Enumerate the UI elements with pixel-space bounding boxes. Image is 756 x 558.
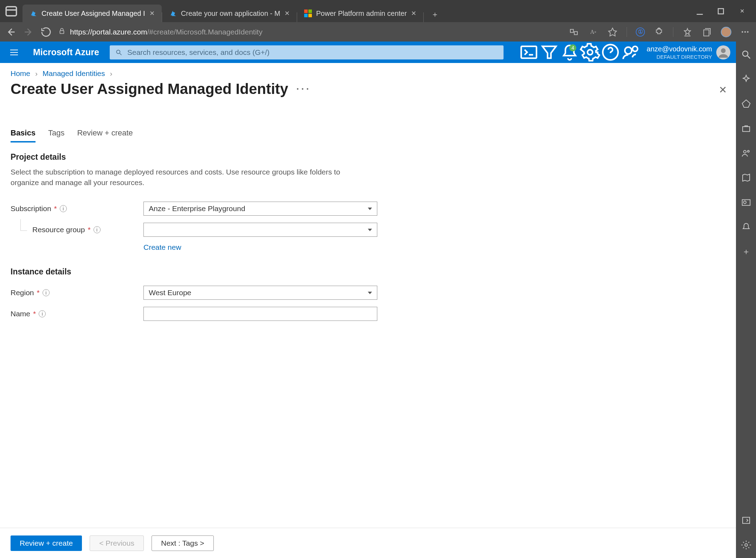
map-icon[interactable] (741, 172, 751, 183)
briefcase-icon[interactable] (741, 123, 751, 134)
name-input[interactable] (143, 307, 377, 321)
new-tab-button[interactable]: ＋ (427, 7, 443, 22)
required-indicator: * (88, 226, 90, 234)
subscription-select[interactable]: Anze - Enterprise Playground (143, 202, 377, 216)
label-region: Region (11, 288, 34, 297)
footer-bar: Review + create < Previous Next : Tags > (0, 528, 736, 558)
chevron-right-icon: › (35, 69, 38, 78)
portal-brand[interactable]: Microsoft Azure (33, 47, 99, 57)
info-icon[interactable]: i (60, 205, 67, 212)
settings-icon[interactable] (580, 42, 600, 63)
search-icon (115, 49, 122, 56)
favorite-star-icon[interactable] (607, 27, 618, 37)
close-icon[interactable]: ✕ (411, 9, 416, 17)
review-create-button[interactable]: Review + create (11, 535, 82, 551)
favorites-list-icon[interactable] (682, 27, 693, 37)
browser-tab-1[interactable]: Create your own application - M ✕ (162, 5, 297, 22)
label-subscription: Subscription (11, 204, 51, 213)
required-indicator: * (37, 288, 40, 297)
close-icon[interactable]: ✕ (284, 9, 290, 17)
account-block[interactable]: anze@vodovnik.com DEFAULT DIRECTORY (641, 44, 736, 61)
azure-icon (30, 9, 37, 17)
refresh-button[interactable] (40, 26, 52, 38)
required-indicator: * (33, 310, 36, 318)
collapse-rail-icon[interactable] (741, 515, 751, 526)
browser-chrome: Create User Assigned Managed I ✕ Create … (0, 0, 756, 42)
title-bar: Create User Assigned Managed I ✕ Create … (0, 0, 756, 22)
info-icon[interactable]: i (43, 289, 50, 296)
tag-icon[interactable] (741, 99, 751, 109)
tab-divider (423, 12, 424, 22)
url-text: https://portal.azure.com/#create/Microso… (70, 28, 262, 36)
previous-button[interactable]: < Previous (90, 535, 144, 551)
breadcrumb: Home › Managed Identities › (11, 69, 725, 78)
breadcrumb-parent[interactable]: Managed Identities (43, 69, 105, 78)
region-select[interactable]: West Europe (143, 286, 377, 300)
svg-point-22 (743, 151, 746, 153)
notifications-icon[interactable]: 4 (559, 42, 580, 63)
outlook-icon[interactable] (741, 197, 751, 208)
next-button[interactable]: Next : Tags > (152, 535, 214, 551)
svg-point-37 (633, 46, 638, 52)
forward-button[interactable] (23, 26, 34, 38)
create-new-rg-link[interactable]: Create new (143, 243, 181, 251)
feedback-icon[interactable] (621, 42, 641, 63)
back-button[interactable] (5, 26, 17, 38)
chevron-right-icon: › (110, 69, 113, 78)
browser-tab-2[interactable]: Power Platform admin center ✕ (297, 5, 423, 22)
people-icon[interactable] (741, 148, 751, 158)
breadcrumb-home[interactable]: Home (11, 69, 30, 78)
tab-review-create[interactable]: Review + create (77, 128, 133, 142)
tabs-overview-button[interactable] (4, 4, 19, 19)
minimize-button[interactable] (694, 6, 705, 17)
tab-title: Create User Assigned Managed I (41, 9, 145, 18)
instance-details-heading: Instance details (11, 267, 725, 277)
directory-filter-icon[interactable] (539, 42, 559, 63)
svg-point-19 (743, 51, 748, 56)
help-icon[interactable] (600, 42, 621, 63)
sparkle-icon[interactable] (741, 74, 751, 84)
tab-basics[interactable]: Basics (11, 128, 36, 142)
close-window-button[interactable]: ✕ (737, 6, 747, 17)
row-subscription: Subscription * i Anze - Enterprise Playg… (11, 201, 725, 216)
more-menu-icon[interactable]: ••• (740, 27, 751, 37)
svg-line-20 (747, 56, 750, 59)
more-actions-icon[interactable]: • • • (297, 86, 309, 92)
settings-rail-icon[interactable] (741, 540, 751, 550)
profile-avatar[interactable] (721, 27, 731, 37)
row-region: Region * i West Europe (11, 285, 725, 300)
extensions-icon[interactable] (569, 27, 579, 37)
cloud-shell-icon[interactable] (519, 42, 539, 63)
hamburger-menu[interactable] (7, 45, 21, 59)
tab-tags[interactable]: Tags (48, 128, 64, 142)
add-rail-icon[interactable]: ＋ (741, 246, 751, 257)
collections-icon[interactable] (701, 27, 712, 37)
portal-search[interactable] (110, 45, 504, 59)
resource-group-select[interactable] (143, 223, 377, 237)
label-resource-group: Resource group (32, 226, 85, 234)
azure-portal: Microsoft Azure 4 anze@vodovnik.com DEFA… (0, 42, 736, 558)
read-aloud-icon[interactable]: A» (588, 27, 598, 37)
search-input[interactable] (127, 48, 498, 57)
notification-badge: 4 (569, 44, 576, 51)
bell-icon[interactable] (741, 222, 751, 232)
svg-line-29 (120, 53, 121, 55)
create-new-rg-wrap: Create new (143, 243, 725, 252)
extension-puzzle-icon[interactable] (654, 27, 664, 37)
info-icon[interactable]: i (94, 226, 101, 233)
portal-top-bar: Microsoft Azure 4 anze@vodovnik.com DEFA… (0, 42, 736, 63)
address-bar-row: https://portal.azure.com/#create/Microso… (0, 22, 756, 42)
address-bar[interactable]: https://portal.azure.com/#create/Microso… (58, 27, 560, 37)
maximize-button[interactable] (716, 6, 726, 17)
close-icon[interactable]: ✕ (149, 9, 155, 17)
close-blade-button[interactable]: ✕ (719, 84, 727, 96)
tab-title: Power Platform admin center (316, 9, 407, 18)
info-icon[interactable]: i (39, 310, 46, 317)
svg-point-28 (116, 50, 120, 53)
account-avatar[interactable] (716, 45, 730, 59)
browser-tab-0[interactable]: Create User Assigned Managed I ✕ (23, 5, 162, 22)
svg-marker-32 (543, 46, 556, 58)
svg-rect-11 (570, 29, 574, 32)
search-icon[interactable] (741, 49, 751, 60)
onepassword-icon[interactable]: ① (636, 27, 645, 37)
